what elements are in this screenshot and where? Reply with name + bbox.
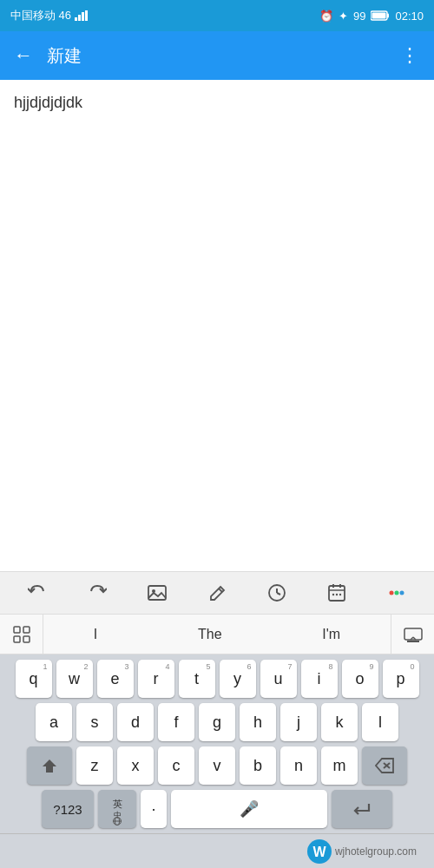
back-button[interactable]: ←	[14, 44, 33, 67]
svg-line-12	[277, 593, 280, 595]
key-b[interactable]: b	[240, 746, 276, 785]
svg-rect-25	[14, 636, 20, 642]
key-c[interactable]: c	[158, 746, 194, 785]
svg-rect-13	[329, 586, 345, 601]
suggestion-bar: I The I'm	[0, 615, 434, 654]
svg-point-17	[332, 594, 334, 595]
key-k[interactable]: k	[321, 703, 358, 741]
key-m[interactable]: m	[321, 746, 358, 785]
suggestion-word-Im[interactable]: I'm	[312, 627, 351, 642]
key-row-4: ?123 英中 · 🎤	[3, 790, 431, 828]
key-j[interactable]: j	[280, 703, 317, 741]
svg-rect-26	[23, 636, 30, 642]
svg-marker-32	[376, 759, 393, 773]
svg-rect-1	[78, 15, 81, 21]
calendar-button[interactable]	[319, 575, 354, 610]
grid-icon	[12, 625, 31, 644]
key-u[interactable]: 7u	[260, 660, 297, 698]
key-i[interactable]: 8i	[301, 660, 338, 698]
svg-point-19	[339, 594, 341, 595]
keyboard: 1q 2w 3e 4r 5t 6y 7u 8i 9o 0p a s d f g …	[0, 654, 434, 833]
key-f[interactable]: f	[158, 703, 194, 741]
key-row-3: z x c v b n m	[3, 746, 431, 785]
key-n[interactable]: n	[280, 746, 317, 785]
watermark-logo: W	[307, 839, 332, 864]
redo-button[interactable]	[80, 575, 115, 610]
content-area[interactable]: hjjdjdjdjdk	[0, 80, 434, 571]
svg-rect-5	[387, 14, 389, 18]
svg-rect-7	[148, 586, 166, 600]
lang-button[interactable]: 英中	[98, 790, 136, 828]
key-l[interactable]: l	[362, 703, 398, 741]
key-p[interactable]: 0p	[383, 660, 419, 698]
image-button[interactable]	[140, 575, 174, 610]
num-toggle-button[interactable]: ?123	[42, 790, 94, 828]
note-content: hjjdjdjdjdk	[14, 94, 82, 111]
svg-point-22	[400, 591, 404, 595]
shift-button[interactable]	[27, 746, 72, 785]
key-v[interactable]: v	[199, 746, 235, 785]
key-h[interactable]: h	[240, 703, 276, 741]
svg-rect-0	[75, 17, 77, 21]
undo-button[interactable]	[20, 575, 55, 610]
key-r[interactable]: 4r	[138, 660, 174, 698]
title-bar: ← 新建 ⋮	[0, 31, 434, 80]
key-d[interactable]: d	[117, 703, 154, 741]
svg-rect-2	[82, 12, 84, 21]
edit-button[interactable]	[200, 575, 234, 610]
enter-button[interactable]	[332, 790, 392, 828]
status-right: ⏰ ✦ 99 02:10	[319, 10, 424, 23]
clock-button[interactable]	[260, 575, 294, 610]
status-left: 中国移动 46	[10, 8, 89, 23]
key-row-2: a s d f g h j k l	[3, 703, 431, 741]
key-x[interactable]: x	[117, 746, 154, 785]
key-a[interactable]: a	[36, 703, 72, 741]
alarm-icon: ⏰	[319, 10, 333, 23]
svg-text:W: W	[312, 845, 326, 859]
battery-icon	[371, 10, 390, 21]
carrier-text: 中国移动 46	[10, 8, 71, 23]
key-t[interactable]: 5t	[179, 660, 215, 698]
key-w[interactable]: 2w	[56, 660, 93, 698]
suggestion-word-The[interactable]: The	[187, 627, 233, 642]
keyboard-grid-button[interactable]	[0, 615, 43, 654]
time-text: 02:10	[395, 10, 424, 23]
svg-point-20	[390, 591, 394, 595]
watermark: W wjhotelgroup.com	[307, 839, 417, 864]
status-bar: 中国移动 46 ⏰ ✦ 99 02:10	[0, 0, 434, 31]
bottom-bar: W wjhotelgroup.com	[0, 833, 434, 868]
page-title: 新建	[47, 44, 400, 68]
keyboard-toolbar	[0, 571, 434, 615]
svg-point-21	[395, 591, 399, 595]
key-z[interactable]: z	[76, 746, 113, 785]
svg-rect-3	[85, 10, 88, 21]
svg-point-18	[336, 594, 338, 595]
suggestion-word-I[interactable]: I	[83, 627, 108, 642]
key-y[interactable]: 6y	[220, 660, 256, 698]
svg-rect-6	[372, 13, 386, 19]
svg-rect-24	[23, 627, 30, 633]
mic-icon: 🎤	[240, 799, 259, 819]
key-o[interactable]: 9o	[342, 660, 378, 698]
key-s[interactable]: s	[76, 703, 113, 741]
key-g[interactable]: g	[199, 703, 235, 741]
globe-icon	[112, 817, 122, 825]
signal-icon	[75, 10, 89, 21]
space-button[interactable]: 🎤	[171, 790, 327, 828]
backspace-icon	[375, 758, 394, 773]
keyboard-hide-button[interactable]	[391, 615, 434, 654]
svg-rect-23	[14, 627, 20, 633]
dot-key[interactable]: ·	[141, 790, 167, 828]
svg-marker-31	[43, 760, 56, 773]
more-button[interactable]: ⋮	[400, 44, 420, 67]
watermark-text: wjhotelgroup.com	[335, 845, 417, 858]
enter-icon	[352, 800, 372, 818]
shift-icon	[41, 758, 58, 773]
key-row-1: 1q 2w 3e 4r 5t 6y 7u 8i 9o 0p	[3, 660, 431, 698]
key-e[interactable]: 3e	[97, 660, 134, 698]
key-q[interactable]: 1q	[16, 660, 52, 698]
keyboard-hide-icon	[404, 625, 423, 644]
dots-button[interactable]	[379, 575, 414, 610]
backspace-button[interactable]	[362, 746, 407, 785]
bluetooth-icon: ✦	[339, 10, 348, 23]
